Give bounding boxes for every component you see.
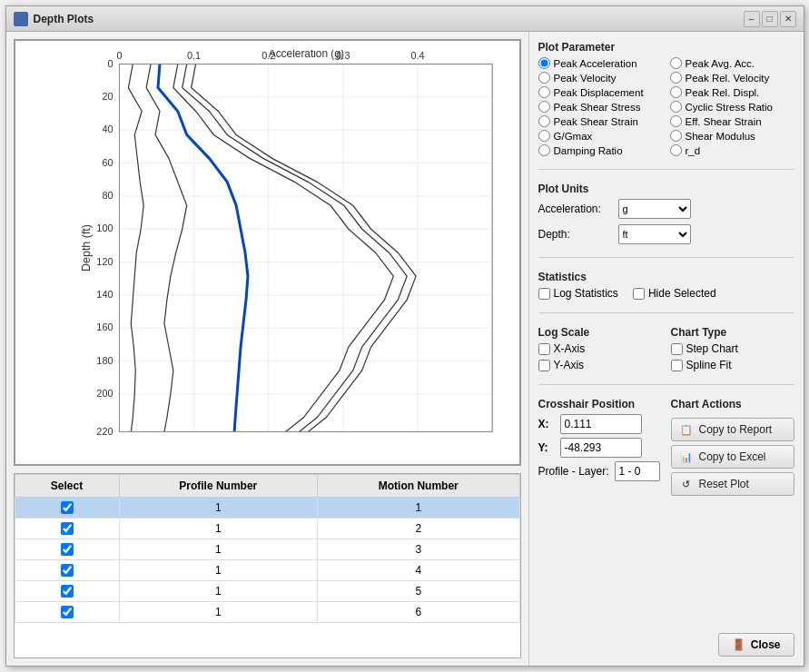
copy-to-excel-button[interactable]: 📊 Copy to Excel (671, 445, 794, 469)
left-panel: 0 0.1 0.2 0.3 0.4 Acceleration (g) 0 20 … (6, 32, 528, 666)
window-title: Depth Plots (34, 13, 94, 25)
reset-plot-label: Reset Plot (699, 478, 749, 490)
log-statistics-item[interactable]: Log Statistics (538, 287, 618, 300)
step-chart-checkbox[interactable] (671, 343, 683, 355)
table-cell-select (15, 560, 119, 581)
svg-text:Acceleration (g): Acceleration (g) (268, 50, 343, 60)
table-cell-select (15, 602, 119, 623)
log-statistics-label: Log Statistics (554, 287, 618, 300)
svg-text:0: 0 (116, 50, 122, 61)
plot-parameter-title: Plot Parameter (538, 41, 794, 54)
hide-selected-label: Hide Selected (648, 287, 716, 300)
depth-units-row: Depth: ft m (538, 224, 794, 244)
hide-selected-checkbox[interactable] (633, 288, 645, 300)
hide-selected-item[interactable]: Hide Selected (633, 287, 716, 300)
close-section: 🚪 Close (538, 626, 794, 657)
table-row: 16 (15, 602, 519, 623)
crosshair-x-input[interactable] (560, 414, 642, 434)
x-axis-checkbox[interactable] (538, 343, 550, 355)
window-close-button[interactable]: ✕ (780, 11, 796, 27)
crosshair-section: Crosshair Position X: Y: Profile - Layer… (538, 398, 662, 496)
maximize-button[interactable]: □ (762, 11, 778, 27)
table-cell-profile: 1 (119, 581, 317, 602)
acceleration-select[interactable]: g m/s² ft/s² (618, 199, 691, 219)
row-select-checkbox[interactable] (61, 522, 74, 535)
table-cell-motion: 1 (317, 498, 519, 519)
radio-peak-velocity[interactable]: Peak Velocity (538, 72, 663, 84)
chart-actions-title: Chart Actions (671, 398, 794, 410)
table-row: 12 (15, 519, 519, 539)
radio-peak-avg-acc[interactable]: Peak Avg. Acc. (670, 57, 794, 69)
radio-peak-shear-strain[interactable]: Peak Shear Strain (538, 115, 663, 127)
depth-plots-window: Depth Plots – □ ✕ (5, 5, 804, 667)
right-panel: Plot Parameter Peak Acceleration Peak Av… (528, 32, 804, 666)
svg-text:120: 120 (96, 255, 113, 266)
step-chart-label: Step Chart (686, 342, 738, 355)
window-icon (14, 12, 28, 26)
chart-type-section: Chart Type Step Chart Spline Fit (671, 326, 794, 371)
svg-text:140: 140 (96, 289, 113, 300)
title-bar: Depth Plots – □ ✕ (6, 6, 804, 32)
radio-peak-displacement[interactable]: Peak Displacement (538, 86, 663, 98)
table-cell-select (15, 519, 119, 539)
profile-input[interactable] (615, 461, 660, 481)
svg-text:160: 160 (96, 321, 113, 332)
crosshair-y-input[interactable] (560, 438, 642, 458)
x-label: X: (538, 418, 555, 430)
spline-fit-checkbox[interactable] (671, 360, 683, 371)
y-axis-checkbox[interactable] (538, 360, 550, 371)
radio-damping-ratio[interactable]: Damping Ratio (538, 144, 663, 156)
table-row: 13 (15, 539, 519, 560)
svg-text:100: 100 (96, 222, 113, 233)
reset-plot-button[interactable]: ↺ Reset Plot (671, 472, 794, 496)
chart-actions-section: Chart Actions 📋 Copy to Report 📊 Copy to… (671, 398, 794, 496)
table-cell-profile: 1 (119, 560, 317, 581)
radio-peak-shear-stress[interactable]: Peak Shear Stress (538, 101, 663, 113)
depth-select[interactable]: ft m (618, 224, 691, 244)
radio-peak-rel-displ[interactable]: Peak Rel. Displ. (670, 86, 794, 98)
profile-row: Profile - Layer: (538, 461, 662, 481)
copy-to-report-button[interactable]: 📋 Copy to Report (671, 418, 794, 441)
radio-cyclic-stress-ratio[interactable]: Cyclic Stress Ratio (670, 101, 794, 113)
radio-g-gmax[interactable]: G/Gmax (538, 130, 663, 142)
plot-parameter-section: Plot Parameter Peak Acceleration Peak Av… (538, 41, 794, 156)
spline-fit-item[interactable]: Spline Fit (671, 359, 794, 371)
step-chart-item[interactable]: Step Chart (671, 342, 794, 355)
row-select-checkbox[interactable] (61, 606, 74, 618)
profile-label: Profile - Layer: (538, 465, 609, 478)
table-cell-motion: 4 (317, 560, 519, 581)
table-cell-profile: 1 (119, 602, 317, 623)
radio-peak-rel-velocity[interactable]: Peak Rel. Velocity (670, 72, 794, 84)
copy-excel-icon: 📊 (679, 450, 694, 464)
table-row: 14 (15, 560, 519, 581)
table-cell-select (15, 581, 119, 602)
row-select-checkbox[interactable] (61, 501, 74, 514)
table-cell-motion: 2 (317, 519, 519, 539)
radio-eff-shear-strain[interactable]: Eff. Shear Strain (670, 115, 794, 127)
depth-chart: 0 0.1 0.2 0.3 0.4 Acceleration (g) 0 20 … (70, 50, 510, 446)
svg-text:220: 220 (96, 425, 113, 436)
depth-label: Depth: (538, 228, 611, 241)
close-button[interactable]: 🚪 Close (718, 633, 794, 657)
log-scale-title: Log Scale (538, 326, 662, 339)
y-axis-item[interactable]: Y-Axis (538, 359, 662, 371)
row-select-checkbox[interactable] (61, 564, 74, 577)
table-row: 11 (15, 498, 519, 519)
svg-text:0.4: 0.4 (410, 50, 424, 61)
radio-peak-acceleration[interactable]: Peak Acceleration (538, 57, 663, 69)
svg-text:80: 80 (102, 190, 113, 201)
radio-shear-modulus[interactable]: Shear Modulus (670, 130, 794, 142)
row-select-checkbox[interactable] (61, 543, 74, 556)
table-cell-profile: 1 (119, 498, 317, 519)
x-axis-item[interactable]: X-Axis (538, 342, 662, 355)
svg-text:200: 200 (96, 388, 113, 399)
row-select-checkbox[interactable] (61, 585, 74, 598)
minimize-button[interactable]: – (744, 11, 760, 27)
main-content: 0 0.1 0.2 0.3 0.4 Acceleration (g) 0 20 … (6, 32, 804, 666)
crosshair-title: Crosshair Position (538, 398, 662, 410)
svg-text:40: 40 (102, 124, 113, 134)
crosshair-x-row: X: (538, 414, 662, 434)
radio-r-d[interactable]: r_d (670, 144, 794, 156)
data-table: Select Profile Number Motion Number 1112… (14, 473, 521, 658)
log-statistics-checkbox[interactable] (538, 288, 550, 300)
